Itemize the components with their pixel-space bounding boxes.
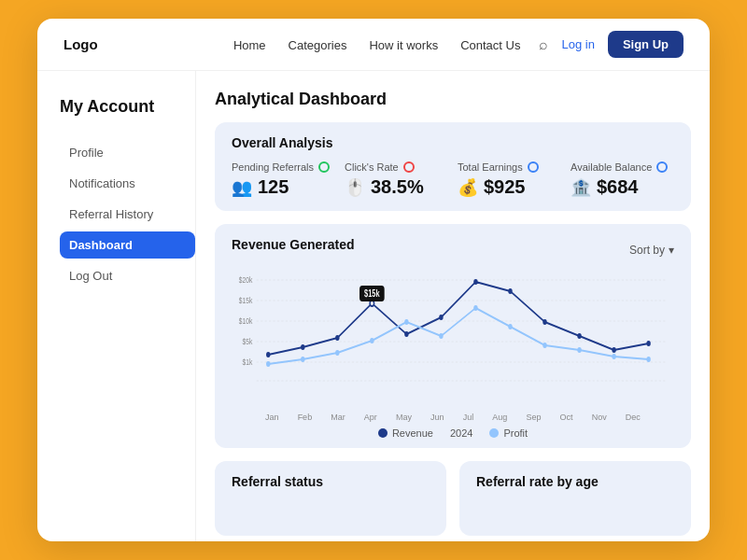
svg-point-33: [612, 354, 615, 359]
logo: Logo: [63, 36, 98, 52]
sidebar-item-dashboard[interactable]: Dashboard: [60, 231, 195, 259]
svg-point-12: [301, 344, 304, 350]
login-button[interactable]: Log in: [561, 37, 594, 51]
svg-point-21: [612, 347, 615, 353]
chart-x-labels: Jan Feb Mar Apr May Jun Jul Aug Sep Oct …: [232, 413, 674, 422]
sort-by-label: Sort by: [629, 244, 665, 257]
metric-icon-2: 💰: [458, 177, 478, 198]
nav-categories[interactable]: Categories: [289, 38, 347, 52]
svg-point-19: [543, 319, 546, 325]
svg-point-22: [646, 341, 650, 346]
revenue-chart: $20k $15k $10k $5k $1k: [232, 271, 674, 392]
metric-value-1: 38.5%: [371, 176, 424, 198]
x-label-sep: Sep: [526, 413, 541, 422]
x-label-dec: Dec: [626, 413, 641, 422]
svg-point-18: [508, 288, 512, 294]
sidebar: My Account Profile Notifications Referra…: [37, 71, 196, 541]
metric-value-2: $925: [484, 176, 526, 198]
metric-dot-2: [528, 161, 539, 173]
referral-rate-by-age-card: Referral rate by age: [459, 461, 691, 536]
svg-text:$15k: $15k: [239, 296, 252, 305]
svg-point-20: [577, 333, 581, 339]
search-button[interactable]: ⌕: [539, 36, 548, 53]
x-label-may: May: [396, 413, 412, 422]
metric-label-3: Available Balance: [571, 161, 652, 173]
legend-label-2024: 2024: [450, 427, 472, 439]
svg-point-34: [646, 357, 650, 362]
legend-label-profit: Profit: [503, 427, 528, 439]
svg-point-30: [508, 324, 512, 329]
metric-icon-1: 🖱️: [345, 177, 365, 198]
metrics-row: Pending Referrals 👥 125 Click's Rate: [232, 161, 674, 198]
x-label-jul: Jul: [463, 413, 474, 422]
svg-point-16: [439, 315, 443, 320]
main-layout: My Account Profile Notifications Referra…: [37, 71, 710, 541]
metric-label-2: Total Earnings: [458, 161, 523, 173]
bottom-cards: Referral status Referral rate by age: [215, 461, 691, 536]
revenue-card: Revenue Generated Sort by ▾: [215, 224, 691, 448]
signup-button[interactable]: Sign Up: [608, 31, 684, 58]
metric-dot-0: [318, 161, 330, 173]
x-label-nov: Nov: [592, 413, 607, 422]
sidebar-menu: Profile Notifications Referral History D…: [60, 139, 195, 289]
nav-links: Home Categories How it works Contact Us: [233, 36, 521, 53]
page-title: Analytical Dashboard: [215, 90, 691, 109]
x-label-jun: Jun: [430, 413, 444, 422]
svg-point-26: [370, 338, 374, 343]
content-area: Analytical Dashboard Overall Analysis Pe…: [196, 71, 710, 541]
app-window: Logo Home Categories How it works Contac…: [37, 19, 710, 541]
svg-point-25: [335, 350, 339, 356]
svg-text:$5k: $5k: [242, 337, 252, 346]
x-label-feb: Feb: [298, 413, 313, 422]
svg-point-23: [266, 361, 270, 367]
sort-by-button[interactable]: Sort by ▾: [629, 244, 674, 257]
metric-total-earnings: Total Earnings 💰 $925: [458, 161, 561, 198]
sidebar-item-profile[interactable]: Profile: [60, 139, 195, 166]
metric-pending-referrals: Pending Referrals 👥 125: [232, 161, 335, 198]
x-label-apr: Apr: [364, 413, 377, 422]
referral-rate-by-age-title: Referral rate by age: [476, 474, 674, 489]
sidebar-item-referral-history[interactable]: Referral History: [60, 201, 195, 228]
referral-status-title: Referral status: [232, 474, 430, 489]
svg-point-17: [473, 279, 477, 285]
nav-how-it-works[interactable]: How it works: [369, 38, 438, 52]
svg-point-29: [473, 305, 477, 311]
x-label-jan: Jan: [265, 413, 279, 422]
navbar: Logo Home Categories How it works Contac…: [37, 19, 710, 71]
metric-icon-0: 👥: [232, 177, 252, 198]
legend-dot-profit: [489, 428, 499, 438]
nav-home[interactable]: Home: [233, 38, 266, 52]
svg-point-13: [335, 335, 339, 341]
x-label-aug: Aug: [492, 413, 507, 422]
metric-clicks-rate: Click's Rate 🖱️ 38.5%: [345, 161, 448, 198]
chart-area: $20k $15k $10k $5k $1k: [232, 271, 674, 411]
metric-dot-3: [656, 161, 668, 173]
svg-text:$1k: $1k: [242, 357, 252, 367]
overall-analysis-title: Overall Analysis: [232, 135, 674, 150]
sidebar-item-logout[interactable]: Log Out: [60, 262, 195, 289]
legend-revenue: Revenue: [378, 427, 433, 439]
legend-label-revenue: Revenue: [392, 427, 433, 439]
svg-point-11: [266, 352, 270, 357]
metric-value-0: 125: [258, 176, 289, 198]
nav-icons: ⌕ Log in Sign Up: [539, 31, 684, 58]
metric-icon-3: 🏦: [571, 177, 591, 198]
svg-point-32: [577, 347, 581, 353]
svg-text:$10k: $10k: [239, 316, 252, 326]
svg-text:$20k: $20k: [239, 275, 252, 285]
sidebar-item-notifications[interactable]: Notifications: [60, 170, 195, 197]
metric-value-3: $684: [597, 176, 639, 198]
revenue-title: Revenue Generated: [232, 237, 355, 252]
metric-label-1: Click's Rate: [345, 161, 399, 173]
nav-contact[interactable]: Contact Us: [460, 38, 520, 52]
legend-profit: Profit: [489, 427, 528, 439]
sidebar-title: My Account: [60, 97, 195, 117]
svg-point-27: [404, 319, 408, 325]
svg-point-15: [404, 331, 408, 337]
referral-status-card: Referral status: [215, 461, 446, 536]
revenue-header: Revenue Generated Sort by ▾: [232, 237, 674, 263]
metric-label-0: Pending Referrals: [232, 161, 314, 173]
svg-point-31: [543, 343, 546, 348]
chart-legend: Revenue 2024 Profit: [232, 427, 674, 439]
x-label-mar: Mar: [331, 413, 345, 422]
